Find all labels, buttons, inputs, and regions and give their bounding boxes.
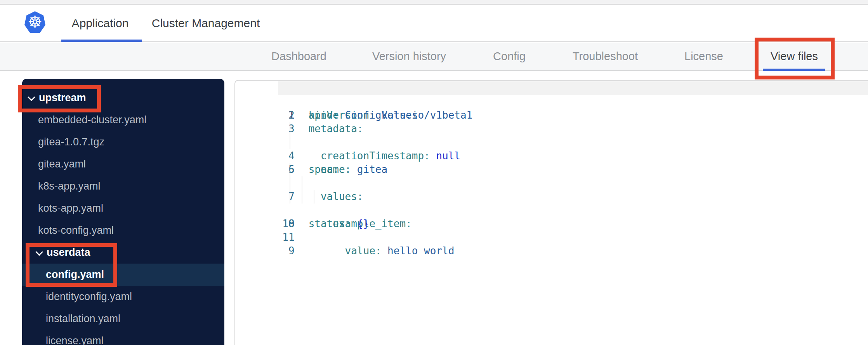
- code-line-2: 2kind: ConfigValues: [235, 95, 868, 109]
- sidebar-item-kots-config-yaml[interactable]: kots-config.yaml: [22, 219, 224, 242]
- indent-guide: [302, 190, 302, 204]
- code-line-10: 10status: {}: [235, 204, 868, 217]
- nav-item-dashboard-label: Dashboard: [271, 50, 326, 63]
- yaml-value: null: [430, 150, 460, 162]
- active-line-highlight: [278, 81, 868, 95]
- line-number: 11: [260, 231, 295, 244]
- file-label: installation.yaml: [46, 313, 120, 325]
- file-label: gitea-1.0.7.tgz: [38, 136, 104, 148]
- file-label: kots-config.yaml: [38, 224, 114, 236]
- indent-guide: [290, 176, 290, 190]
- sidebar-item-kots-app-yaml[interactable]: kots-app.yaml: [22, 197, 224, 219]
- sidebar-folder-userdata-label: userdata: [47, 247, 90, 259]
- code-line-1: 1apiVersion: kots.io/v1beta1: [235, 81, 868, 95]
- helm-wheel-icon: ☸: [28, 14, 42, 30]
- file-label: config.yaml: [46, 269, 104, 281]
- sidebar-folder-upstream[interactable]: upstream: [22, 87, 224, 109]
- sidebar-item-installation-yaml[interactable]: installation.yaml: [22, 308, 224, 330]
- file-label: license.yaml: [46, 335, 104, 345]
- code-line-5: 5 name: gitea: [235, 136, 868, 149]
- yaml-value: hello world: [381, 245, 454, 257]
- sidebar-item-identityconfig-yaml[interactable]: identityconfig.yaml: [22, 286, 224, 308]
- nav-item-view-files[interactable]: View files: [771, 43, 818, 70]
- yaml-key: value:: [309, 245, 382, 257]
- nav-item-troubleshoot[interactable]: Troubleshoot: [573, 43, 638, 70]
- nav-item-troubleshoot-label: Troubleshoot: [573, 50, 638, 63]
- view-files-active-underline: [763, 69, 825, 71]
- indent-guide: [302, 176, 302, 190]
- indent-guide: [314, 190, 314, 204]
- file-label: identityconfig.yaml: [46, 291, 132, 303]
- file-label: embedded-cluster.yaml: [38, 114, 146, 126]
- app-subnav: Dashboard Version history Config Trouble…: [0, 43, 868, 71]
- sidebar-item-embedded-cluster-yaml[interactable]: embedded-cluster.yaml: [22, 109, 224, 131]
- nav-item-dashboard[interactable]: Dashboard: [271, 43, 326, 70]
- yaml-key: spec:: [309, 164, 339, 175]
- nav-item-config[interactable]: Config: [493, 43, 526, 70]
- yaml-key: metadata:: [309, 123, 363, 135]
- nav-item-license[interactable]: License: [684, 43, 723, 70]
- yaml-key: values:: [309, 191, 363, 202]
- sidebar-folder-userdata[interactable]: userdata: [22, 242, 224, 264]
- code-line-8: 8 example_item:: [235, 176, 868, 190]
- yaml-key: creationTimestamp:: [309, 150, 430, 162]
- file-tree: upstream embedded-cluster.yaml gitea-1.0…: [22, 79, 224, 345]
- yaml-key: status:: [309, 218, 351, 229]
- indent-guide: [290, 136, 290, 149]
- indent-guide: [290, 190, 290, 204]
- nav-item-config-label: Config: [493, 50, 526, 63]
- line-number: 2: [260, 109, 295, 122]
- line-number: 9: [260, 244, 295, 258]
- yaml-value: gitea: [351, 164, 387, 175]
- sidebar-item-k8s-app-yaml[interactable]: k8s-app.yaml: [22, 175, 224, 197]
- nav-item-version-history-label: Version history: [372, 50, 446, 63]
- top-bar: ☸ Application Cluster Management: [0, 5, 868, 42]
- indent-guide: [290, 122, 290, 136]
- sidebar-item-gitea-tgz[interactable]: gitea-1.0.7.tgz: [22, 131, 224, 153]
- file-label: kots-app.yaml: [38, 202, 103, 214]
- sidebar-item-gitea-yaml[interactable]: gitea.yaml: [22, 153, 224, 175]
- yaml-value: ConfigValues: [339, 109, 418, 121]
- sidebar-folder-upstream-label: upstream: [39, 92, 86, 104]
- file-label: gitea.yaml: [38, 158, 86, 170]
- sidebar-item-license-yaml[interactable]: license.yaml: [22, 330, 224, 345]
- nav-item-version-history[interactable]: Version history: [372, 43, 446, 70]
- application-tab-active-underline: [61, 40, 142, 42]
- tab-application[interactable]: Application: [72, 5, 129, 41]
- file-label: k8s-app.yaml: [38, 180, 101, 192]
- tab-application-label: Application: [72, 17, 129, 30]
- viewport-top-strip: [0, 0, 868, 5]
- tab-cluster-management[interactable]: Cluster Management: [152, 5, 260, 41]
- line-number: 4: [260, 149, 295, 163]
- yaml-key: kind:: [309, 109, 339, 121]
- yaml-value: {}: [351, 218, 369, 229]
- nav-item-license-label: License: [684, 50, 723, 63]
- indent-guide: [290, 163, 290, 176]
- code-editor[interactable]: 1apiVersion: kots.io/v1beta1 2kind: Conf…: [234, 80, 868, 345]
- kubernetes-logo: ☸: [24, 11, 45, 33]
- nav-item-view-files-label: View files: [771, 50, 818, 63]
- line-number: 10: [260, 217, 295, 231]
- chevron-down-icon: [36, 249, 43, 256]
- chevron-down-icon: [28, 94, 35, 102]
- sidebar-item-config-yaml[interactable]: config.yaml: [22, 264, 224, 286]
- tab-cluster-management-label: Cluster Management: [152, 17, 260, 30]
